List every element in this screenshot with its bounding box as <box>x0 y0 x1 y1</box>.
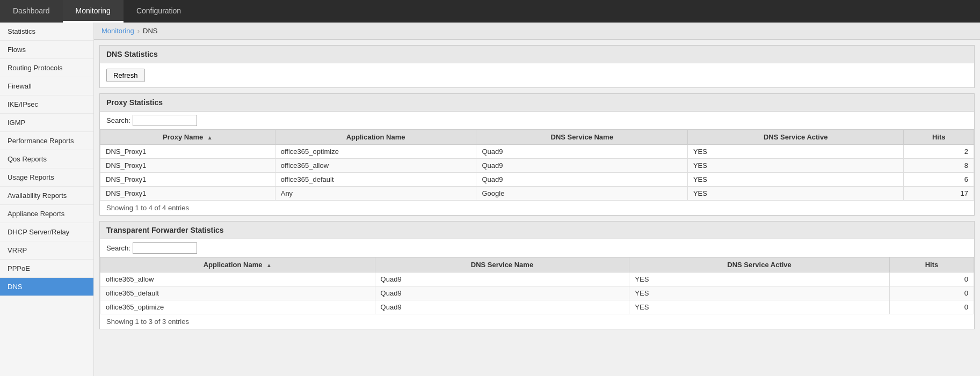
hits-cell: 0 <box>889 300 974 314</box>
transparent-forwarder-header: Transparent Forwarder Statistics <box>100 222 974 239</box>
dns-service-name-cell: Quad9 <box>375 300 629 314</box>
tf-showing-text: Showing 1 to 3 of 3 entries <box>100 314 974 329</box>
dns-service-active-cell: YES <box>629 286 890 300</box>
hits-cell: 2 <box>904 145 974 159</box>
table-row: DNS_Proxy1 office365_allow Quad9 YES 8 <box>100 159 974 173</box>
proxy-col-app-name[interactable]: Application Name <box>275 130 476 145</box>
proxy-search-label: Search: <box>106 116 130 124</box>
table-row: office365_default Quad9 YES 0 <box>100 286 974 300</box>
app-name-cell: office365_allow <box>100 272 375 286</box>
sidebar-item-flows[interactable]: Flows <box>0 41 93 59</box>
sidebar-item-dns[interactable]: DNS <box>0 278 93 296</box>
breadcrumb-monitoring-link[interactable]: Monitoring <box>101 27 134 35</box>
dns-statistics-body: Refresh <box>100 63 974 87</box>
proxy-table: Proxy Name ▲ Application Name DNS Servic… <box>100 129 974 201</box>
hits-cell: 6 <box>904 173 974 187</box>
proxy-col-dns-service-name[interactable]: DNS Service Name <box>476 130 687 145</box>
app-name-cell: office365_optimize <box>275 145 476 159</box>
dns-service-active-cell: YES <box>629 272 890 286</box>
main-layout: Statistics Flows Routing Protocols Firew… <box>0 23 980 376</box>
dns-service-active-cell: YES <box>687 145 903 159</box>
dns-service-name-cell: Quad9 <box>476 173 687 187</box>
app-name-cell: office365_default <box>275 173 476 187</box>
sidebar-item-usage-reports[interactable]: Usage Reports <box>0 168 93 187</box>
proxy-col-dns-service-active[interactable]: DNS Service Active <box>687 130 903 145</box>
sidebar-item-igmp[interactable]: IGMP <box>0 114 93 132</box>
sidebar-item-dhcp-server-relay[interactable]: DHCP Server/Relay <box>0 223 93 241</box>
nav-configuration[interactable]: Configuration <box>124 0 194 23</box>
nav-monitoring[interactable]: Monitoring <box>63 0 124 23</box>
hits-cell: 0 <box>889 272 974 286</box>
dns-service-name-cell: Quad9 <box>375 272 629 286</box>
proxy-name-cell: DNS_Proxy1 <box>100 173 275 187</box>
dns-service-active-cell: YES <box>629 300 890 314</box>
proxy-statistics-section: Proxy Statistics Search: Proxy Name ▲ Ap… <box>99 93 975 216</box>
sidebar-item-appliance-reports[interactable]: Appliance Reports <box>0 205 93 223</box>
nav-dashboard[interactable]: Dashboard <box>0 0 63 23</box>
transparent-forwarder-section: Transparent Forwarder Statistics Search:… <box>99 221 975 329</box>
sidebar-item-qos-reports[interactable]: Qos Reports <box>0 150 93 168</box>
hits-cell: 17 <box>904 187 974 201</box>
breadcrumb-current: DNS <box>143 27 157 35</box>
top-navigation: Dashboard Monitoring Configuration <box>0 0 980 23</box>
tf-col-dns-service-name[interactable]: DNS Service Name <box>375 257 629 272</box>
dns-service-name-cell: Quad9 <box>476 145 687 159</box>
tf-table: Application Name ▲ DNS Service Name DNS … <box>100 257 974 314</box>
tf-search-label: Search: <box>106 244 130 252</box>
sidebar-item-firewall[interactable]: Firewall <box>0 77 93 95</box>
proxy-col-hits[interactable]: Hits <box>904 130 974 145</box>
sidebar-item-ike-ipsec[interactable]: IKE/IPsec <box>0 95 93 114</box>
table-row: DNS_Proxy1 Any Google YES 17 <box>100 187 974 201</box>
proxy-name-cell: DNS_Proxy1 <box>100 159 275 173</box>
main-content: Monitoring › DNS DNS Statistics Refresh … <box>94 23 980 376</box>
tf-col-dns-service-active[interactable]: DNS Service Active <box>629 257 890 272</box>
tf-search-input[interactable] <box>133 242 197 254</box>
dns-service-active-cell: YES <box>687 159 903 173</box>
dns-service-name-cell: Quad9 <box>375 286 629 300</box>
proxy-search-row: Search: <box>100 112 974 129</box>
breadcrumb: Monitoring › DNS <box>94 23 980 40</box>
proxy-statistics-header: Proxy Statistics <box>100 94 974 112</box>
dns-service-name-cell: Google <box>476 187 687 201</box>
table-row: office365_optimize Quad9 YES 0 <box>100 300 974 314</box>
table-row: DNS_Proxy1 office365_default Quad9 YES 6 <box>100 173 974 187</box>
sidebar-item-availability-reports[interactable]: Availability Reports <box>0 187 93 205</box>
proxy-search-input[interactable] <box>133 115 197 126</box>
hits-cell: 8 <box>904 159 974 173</box>
sidebar-item-statistics[interactable]: Statistics <box>0 23 93 41</box>
proxy-name-cell: DNS_Proxy1 <box>100 145 275 159</box>
dns-service-name-cell: Quad9 <box>476 159 687 173</box>
proxy-showing-text: Showing 1 to 4 of 4 entries <box>100 201 974 215</box>
refresh-button[interactable]: Refresh <box>106 69 145 82</box>
hits-cell: 0 <box>889 286 974 300</box>
sidebar-item-routing-protocols[interactable]: Routing Protocols <box>0 59 93 77</box>
dns-statistics-header: DNS Statistics <box>100 46 974 63</box>
tf-search-row: Search: <box>100 239 974 257</box>
sidebar: Statistics Flows Routing Protocols Firew… <box>0 23 94 376</box>
app-name-cell: office365_optimize <box>100 300 375 314</box>
app-name-cell: office365_default <box>100 286 375 300</box>
app-name-cell: office365_allow <box>275 159 476 173</box>
sidebar-item-performance-reports[interactable]: Performance Reports <box>0 132 93 150</box>
tf-col-hits[interactable]: Hits <box>889 257 974 272</box>
dns-service-active-cell: YES <box>687 187 903 201</box>
table-row: office365_allow Quad9 YES 0 <box>100 272 974 286</box>
table-row: DNS_Proxy1 office365_optimize Quad9 YES … <box>100 145 974 159</box>
proxy-col-proxy-name[interactable]: Proxy Name ▲ <box>100 130 275 145</box>
breadcrumb-separator: › <box>137 27 140 35</box>
dns-service-active-cell: YES <box>687 173 903 187</box>
app-name-cell: Any <box>275 187 476 201</box>
proxy-name-sort-icon: ▲ <box>207 135 213 141</box>
sidebar-item-vrrp[interactable]: VRRP <box>0 241 93 260</box>
sidebar-item-pppoe[interactable]: PPPoE <box>0 260 93 278</box>
proxy-name-cell: DNS_Proxy1 <box>100 187 275 201</box>
tf-app-name-sort-icon: ▲ <box>266 262 272 268</box>
dns-statistics-section: DNS Statistics Refresh <box>99 45 975 88</box>
tf-col-app-name[interactable]: Application Name ▲ <box>100 257 375 272</box>
